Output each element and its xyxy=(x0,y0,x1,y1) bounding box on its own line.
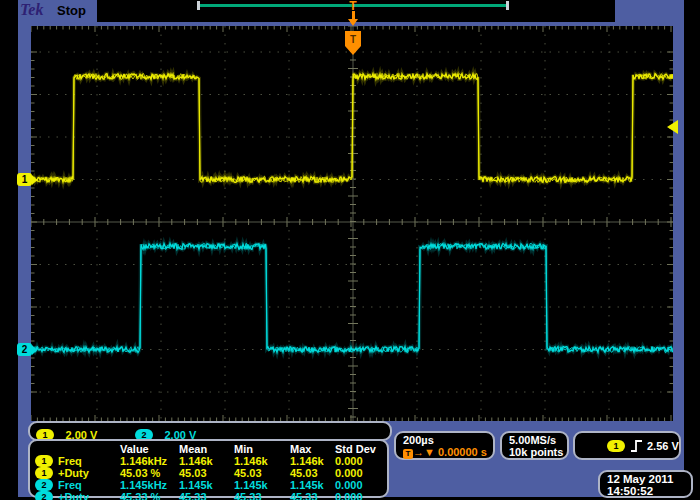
meas-mean: 45.03 xyxy=(179,467,207,479)
meas-value: 1.145kHz xyxy=(120,479,167,491)
channel-2-ground-label: 2 xyxy=(22,344,28,355)
meas-mean: 1.146k xyxy=(179,455,213,467)
trigger-source-badge: 1 xyxy=(607,440,625,452)
meas-value: 45.33 % xyxy=(120,491,160,500)
trigger-arrow-icon: →▼ xyxy=(413,446,435,458)
trigger-position-arrow-shaft xyxy=(352,11,355,19)
channel-1-ground-marker[interactable]: 1 xyxy=(17,173,32,186)
horizontal-position-value: 0.00000 s xyxy=(438,446,487,458)
record-window-right-bracket xyxy=(506,1,509,10)
meas-name: +Duty xyxy=(58,491,89,500)
trigger-level: 2.56 V xyxy=(647,440,679,452)
trigger-readout-box[interactable]: 1 2.56 V xyxy=(573,431,681,460)
meas-min: 1.146k xyxy=(234,455,268,467)
meas-max: 45.03 xyxy=(290,467,318,479)
meas-max: 1.146k xyxy=(290,455,324,467)
meas-max: 1.145k xyxy=(290,479,324,491)
measurements-box: Value Mean Min Max Std Dev 1 Freq 1.146k… xyxy=(28,439,389,498)
meas-min: 45.03 xyxy=(234,467,262,479)
meas-value: 45.03 % xyxy=(120,467,160,479)
horizontal-position: T→▼ 0.00000 s xyxy=(403,446,487,459)
meas-stddev: 0.000 xyxy=(335,467,363,479)
timebase-scale: 200µs xyxy=(403,434,434,446)
meas-mean: 1.145k xyxy=(179,479,213,491)
meas-min: 45.33 xyxy=(234,491,262,500)
time: 14:50:52 xyxy=(607,485,653,497)
col-header-max: Max xyxy=(290,443,311,455)
meas-min: 1.145k xyxy=(234,479,268,491)
acquisition-status: Stop xyxy=(57,3,86,18)
meas-value: 1.146kHz xyxy=(120,455,167,467)
sample-rate: 5.00MS/s xyxy=(509,434,556,446)
acquisition-readout-box[interactable]: 5.00MS/s 10k points xyxy=(500,431,569,460)
rising-edge-slope-icon xyxy=(630,439,643,453)
svg-text:T: T xyxy=(350,34,356,45)
meas-stddev: 0.000 xyxy=(335,479,363,491)
datetime-box: 12 May 2011 14:50:52 xyxy=(598,470,693,498)
meas-name: +Duty xyxy=(58,467,89,479)
meas-row-badge: 1 xyxy=(35,455,53,467)
horizontal-readout-box[interactable]: 200µs T→▼ 0.00000 s xyxy=(394,431,495,460)
channel-2-ground-marker[interactable]: 2 xyxy=(17,343,32,356)
record-length: 10k points xyxy=(509,446,563,458)
col-header-stddev: Std Dev xyxy=(335,443,376,455)
date: 12 May 2011 xyxy=(607,473,674,485)
meas-max: 45.33 xyxy=(290,491,318,500)
trigger-t-icon: T xyxy=(403,449,413,459)
col-header-min: Min xyxy=(234,443,253,455)
meas-name: Freq xyxy=(58,479,82,491)
meas-row-badge: 1 xyxy=(35,467,53,479)
scope-graticule-and-traces: T xyxy=(31,26,673,421)
channel-scales-box: 1 2.00 V 2 2.00 V xyxy=(28,421,392,441)
channel-1-marker-arrow-icon xyxy=(32,175,37,185)
meas-stddev: 0.000 xyxy=(335,455,363,467)
tek-logo: Tek xyxy=(20,1,43,19)
waveform-display: T xyxy=(31,26,673,421)
channel-1-ground-label: 1 xyxy=(22,174,28,185)
trigger-level-arrow-icon[interactable] xyxy=(667,120,678,134)
channel-2-marker-arrow-icon xyxy=(32,345,37,355)
meas-row-badge: 2 xyxy=(35,491,53,500)
meas-stddev: 0.000 xyxy=(335,491,363,500)
trigger-position-arrow-icon xyxy=(348,19,358,26)
col-header-value: Value xyxy=(120,443,149,455)
meas-mean: 45.33 xyxy=(179,491,207,500)
meas-row-badge: 2 xyxy=(35,479,53,491)
meas-name: Freq xyxy=(58,455,82,467)
col-header-mean: Mean xyxy=(179,443,207,455)
